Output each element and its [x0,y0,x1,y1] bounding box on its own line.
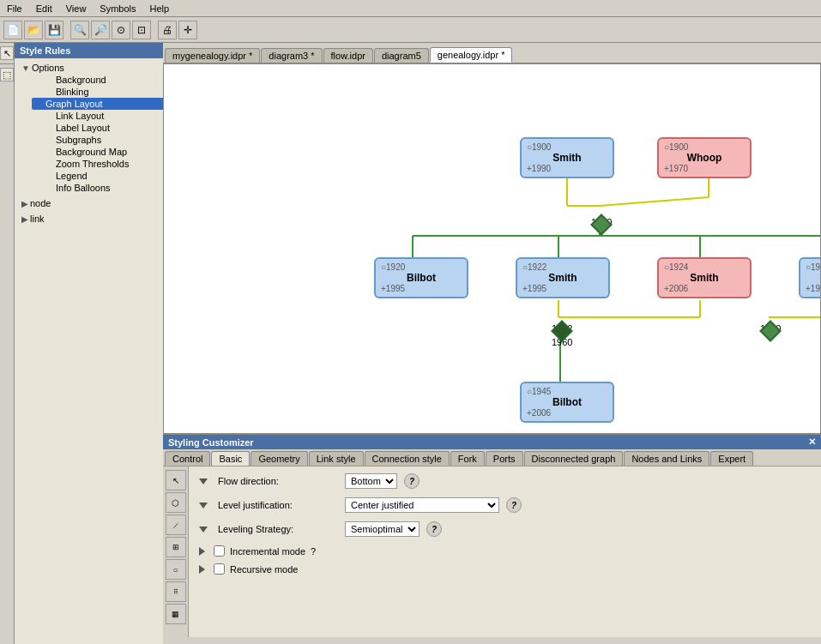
node-bilbot2-label: Bilbot [552,396,582,408]
node-johnson[interactable]: ○1925 Johnson +1997 [799,257,820,298]
tree-item-legend[interactable]: Legend [32,170,163,182]
arrow-tool[interactable]: ↖ [0,46,14,60]
node-expand[interactable]: ▶ node [18,197,163,209]
zoom-reset-button[interactable]: ⊙ [112,21,130,39]
incremental-mode-checkbox[interactable] [214,545,225,557]
tree-item-link-layout[interactable]: Link Layout [32,110,163,122]
flow-direction-help[interactable]: ? [404,473,420,489]
node-bilbot1[interactable]: ○1920 Bilbot +1995 [374,257,468,298]
node-smith2-year-top: ○1922 [517,262,546,272]
node-smith3-year-bottom: +2006 [659,284,688,293]
leveling-strategy-help[interactable]: ? [426,521,442,537]
leveling-strategy-select[interactable]: Semioptimal Optimal Fast [345,521,420,537]
print-button[interactable]: 🖨 [158,21,177,39]
plus-button[interactable]: ✛ [178,21,197,39]
tree-item-zoom-thresholds[interactable]: Zoom Thresholds [32,158,163,170]
menu-symbols[interactable]: Symbols [93,2,142,15]
sc-tab-geometry[interactable]: Geometry [251,451,307,466]
link-expand[interactable]: ▶ link [18,213,163,225]
link-label: link [30,214,45,224]
sc-close-button[interactable]: ✕ [808,436,816,448]
sc-tab-nodes-links[interactable]: Nodes and Links [624,451,709,466]
sc-tool-table[interactable]: ▦ [166,604,186,624]
select-tool[interactable]: ⬚ [0,68,14,81]
node-label: node [30,198,51,208]
sc-title: Styling Customizer [168,437,254,448]
sc-tab-basic[interactable]: Basic [211,451,250,466]
menu-help[interactable]: Help [143,2,177,15]
sc-tabs: Control Basic Geometry Link style Connec… [163,449,821,466]
sc-tab-control[interactable]: Control [165,451,210,466]
node-smith1[interactable]: ○1900 Smith +1990 [520,137,614,178]
node-smith2-year-bottom: +1995 [517,284,546,293]
incremental-mode-help[interactable]: ? [311,546,316,557]
tree-item-blinking[interactable]: Blinking [32,86,163,98]
sc-tab-ports[interactable]: Ports [486,451,523,466]
sc-tool-node[interactable]: ⬡ [166,492,186,513]
menu-view[interactable]: View [59,2,94,15]
sc-main-content: Flow direction: Bottom Top Left Right ? … [189,466,821,637]
node-bilbot2-year-top: ○1945 [522,387,551,396]
zoom-out-button[interactable]: 🔎 [91,21,110,39]
node-bilbot1-label: Bilbot [407,272,436,284]
open-button[interactable]: 📂 [24,21,43,39]
tree-item-graph-layout[interactable]: Graph Layout [32,98,163,110]
level-justification-row: Level justification: Center justified Le… [199,497,811,513]
options-expand-icon: ▼ [21,63,30,73]
level-justification-help[interactable]: ? [506,497,522,513]
flow-direction-select[interactable]: Bottom Top Left Right [345,473,397,489]
style-rules-content: ▼ Options Background Blinking Graph Layo… [15,58,163,644]
tree-item-info-balloons[interactable]: Info Balloons [32,182,163,194]
node-smith2[interactable]: ○1922 Smith +1995 [516,257,610,298]
sc-tool-link[interactable]: ⟋ [166,515,186,535]
flow-direction-row: Flow direction: Bottom Top Left Right ? [199,473,811,489]
sc-tab-expert[interactable]: Expert [710,451,753,466]
node-smith2-label: Smith [548,272,577,284]
sc-tool-arrow[interactable]: ↖ [166,470,186,491]
menu-edit[interactable]: Edit [29,2,59,15]
tree-item-subgraphs[interactable]: Subgraphs [32,134,163,146]
node-whoop[interactable]: ○1900 Whoop +1970 [657,137,752,178]
sc-tab-connection-style[interactable]: Connection style [365,451,450,466]
tree-item-background[interactable]: Background [32,74,163,86]
zoom-in-button[interactable]: 🔍 [70,21,89,39]
tab-flow[interactable]: flow.idpr [323,48,373,63]
node-whoop-year-bottom: +1970 [659,164,688,173]
tab-diagram3[interactable]: diagram3 * [261,48,322,63]
node-smith1-year-top: ○1900 [522,142,551,152]
recursive-mode-checkbox[interactable] [214,563,225,575]
sc-tool-dots[interactable]: ⠿ [166,581,186,602]
main-area: ↖ ⬚ Style Rules ✕ ▼ Options Background B… [0,43,821,644]
tree-indent-group: Background Blinking Graph Layout Link La… [18,74,163,194]
leveling-strat-triangle [199,527,208,533]
leveling-strategy-row: Leveling Strategy: Semioptimal Optimal F… [199,521,811,537]
zoom-fit-button[interactable]: ⊡ [132,21,151,39]
node-smith1-label: Smith [552,152,581,164]
sc-tool-grid[interactable]: ⊞ [166,537,186,557]
tree-item-background-map[interactable]: Background Map [32,146,163,158]
toolbar: 📄 📂 💾 🔍 🔎 ⊙ ⊡ 🖨 ✛ [0,17,821,43]
save-button[interactable]: 💾 [45,21,63,39]
node-smith3[interactable]: ○1924 Smith +2006 [657,257,752,298]
leveling-strategy-label: Leveling Strategy: [218,524,338,534]
sc-content: ↖ ⬡ ⟋ ⊞ ○ ⠿ ▦ Flow direction: Bottom [163,466,821,637]
sc-tab-disconnected-graph[interactable]: Disconnected graph [524,451,624,466]
menu-file[interactable]: File [0,2,29,15]
tree-item-label-layout[interactable]: Label Layout [32,122,163,134]
level-justification-label: Level justification: [218,500,338,510]
sc-tab-fork[interactable]: Fork [450,451,485,466]
options-group[interactable]: ▼ Options [18,62,163,74]
diagram-canvas[interactable]: ○1900 Smith +1990 ○1900 Whoop +1970 1920 [163,63,821,434]
tab-diagram5[interactable]: diagram5 [374,48,429,63]
blue-dot-icon [35,100,42,107]
node-bilbot2[interactable]: ○1945 Bilbot +2006 [520,382,614,423]
sc-tab-link-style[interactable]: Link style [309,451,364,466]
tab-genealogy[interactable]: genealogy.idpr * [430,47,513,63]
style-rules-header: Style Rules ✕ [15,43,163,58]
sc-tool-circle[interactable]: ○ [166,559,186,580]
node-smith1-year-bottom: +1990 [522,164,551,173]
level-justification-select[interactable]: Center justified Left justified Right ju… [345,497,499,513]
new-button[interactable]: 📄 [3,21,22,39]
canvas-scroll[interactable]: ○1900 Smith +1990 ○1900 Whoop +1970 1920 [164,64,820,433]
tab-mygenealogy[interactable]: mygenealogy.idpr * [165,48,260,63]
